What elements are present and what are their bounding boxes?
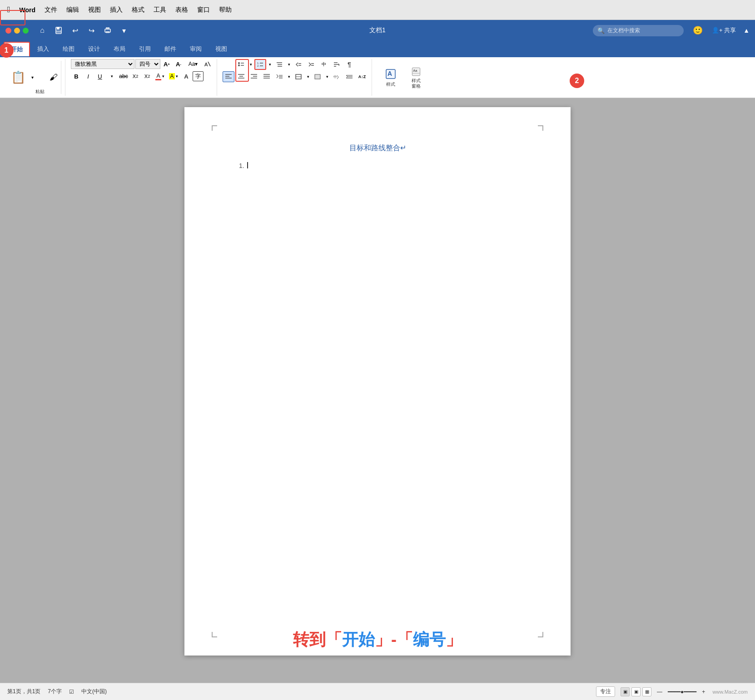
shrink-font-button[interactable]: A- (173, 59, 184, 69)
save-button[interactable] (52, 24, 65, 37)
instruction-suffix: 」 (446, 630, 462, 649)
close-button[interactable] (5, 28, 11, 34)
language[interactable]: 中文(中国) (81, 688, 107, 695)
minimize-button[interactable] (14, 28, 20, 34)
multilevel-dropdown[interactable]: ▾ (286, 59, 292, 70)
collapse-ribbon-button[interactable]: ▲ (743, 27, 750, 34)
document-page[interactable]: 目标和路线整合↵ 1. 转到「开始」-「编号」 (184, 107, 571, 656)
print-button[interactable] (101, 24, 114, 37)
tab-review[interactable]: 审阅 (184, 42, 208, 56)
redo-button[interactable]: ↪ (85, 24, 98, 37)
menu-view[interactable]: 视图 (88, 6, 101, 14)
ribbon-tabs: 开始 插入 绘图 设计 布局 引用 邮件 审阅 视图 (0, 41, 755, 57)
menu-edit[interactable]: 编辑 (66, 6, 79, 14)
smiley-icon[interactable]: 🙂 (693, 25, 703, 35)
tab-view[interactable]: 视图 (209, 42, 233, 56)
maximize-button[interactable] (23, 28, 29, 34)
font-size-select[interactable]: 四号 (135, 59, 160, 69)
menu-tools[interactable]: 工具 (154, 6, 166, 14)
review-icon[interactable]: ☑ (69, 689, 74, 695)
tab-draw[interactable]: 绘图 (56, 42, 81, 56)
menu-help[interactable]: 帮助 (219, 6, 232, 14)
numbered-list-button[interactable]: 1. 2. (254, 59, 266, 70)
apple-logo-icon[interactable]:  (7, 5, 10, 15)
paste-dropdown[interactable]: ▾ (29, 73, 35, 83)
search-bar[interactable]: 🔍 在文档中搜索 (593, 25, 684, 36)
font-color-button[interactable]: A ▾ (154, 71, 166, 81)
indent-increase-button[interactable] (305, 59, 317, 70)
page-info: 第1页，共1页 (7, 688, 40, 695)
format-painter-button[interactable]: 🖌 (46, 70, 61, 85)
menu-table[interactable]: 表格 (175, 6, 188, 14)
subscript-button[interactable]: X2 (130, 71, 141, 81)
borders-button[interactable] (293, 71, 304, 82)
instruction-prefix: 转到「 (293, 630, 342, 649)
svg-rect-5 (106, 31, 109, 33)
chinese-spacing-button[interactable]: 中 (331, 71, 343, 82)
show-marks-button[interactable]: ¶ (343, 59, 355, 70)
menu-format[interactable]: 格式 (132, 6, 144, 14)
align-center-button[interactable] (235, 71, 247, 82)
paragraph-group: 2 ▾ 1. 2. (219, 59, 372, 96)
share-button[interactable]: 👤+ 共享 (712, 26, 736, 35)
tab-layout[interactable]: 布局 (107, 42, 132, 56)
menu-window[interactable]: 窗口 (197, 6, 210, 14)
tab-mail[interactable]: 邮件 (158, 42, 183, 56)
list-number: 1. (239, 162, 244, 169)
styles-pane-button[interactable]: Aa 样式窗格 (404, 66, 428, 89)
home-button[interactable]: ⌂ (36, 24, 49, 37)
chinese-layout-button[interactable]: 中 (318, 59, 330, 70)
menu-file[interactable]: 文件 (45, 6, 57, 14)
zoom-out-icon[interactable]: — (657, 689, 662, 695)
tab-insert[interactable]: 插入 (31, 42, 55, 56)
traffic-lights (5, 28, 29, 34)
menu-insert[interactable]: 插入 (110, 6, 123, 14)
underline-button[interactable]: U (94, 71, 105, 81)
undo-button[interactable]: ↩ (69, 24, 81, 37)
underline-dropdown[interactable]: ▾ (106, 71, 117, 81)
italic-button[interactable]: I (83, 71, 94, 81)
tab-reference[interactable]: 引用 (133, 42, 157, 56)
view-web-icon[interactable]: ▣ (631, 687, 641, 696)
styles-button[interactable]: A 样式 (379, 66, 402, 89)
tab-design[interactable]: 设计 (82, 42, 106, 56)
shading-dropdown[interactable]: ▾ (324, 71, 330, 82)
az-sort-button[interactable]: A↕Z (356, 71, 368, 82)
text-effects-button[interactable]: A (181, 71, 192, 81)
annotation-2: 2 (570, 74, 584, 88)
paste-button[interactable]: 📋 (7, 65, 29, 90)
focus-button[interactable]: 专注 (596, 686, 615, 697)
grow-font-button[interactable]: A+ (161, 59, 172, 69)
borders-dropdown[interactable]: ▾ (305, 71, 311, 82)
align-left-button[interactable] (223, 71, 234, 82)
font-name-row: 微软雅黑 四号 A+ A- Aa▾ A (71, 59, 213, 69)
zoom-slider[interactable]: ━━━━●━━━━ (668, 689, 696, 695)
align-justify-button[interactable] (261, 71, 273, 82)
change-case-button[interactable]: Aa▾ (185, 59, 201, 69)
zoom-in-icon[interactable]: + (702, 689, 705, 695)
styles-group: A 样式 Aa 样式窗格 (374, 59, 433, 96)
view-outline-icon[interactable]: ▦ (642, 687, 651, 696)
highlight-button[interactable]: A ▾ (167, 71, 180, 81)
bold-button[interactable]: B (71, 71, 82, 81)
numbered-list-dropdown[interactable]: ▾ (267, 59, 273, 70)
increase-indent-zh-button[interactable] (343, 71, 355, 82)
align-right-button[interactable] (248, 71, 260, 82)
superscript-button[interactable]: X2 (142, 71, 153, 81)
clear-format-button[interactable]: A (202, 59, 213, 69)
line-spacing-button[interactable] (273, 71, 285, 82)
line-spacing-dropdown[interactable]: ▾ (286, 71, 292, 82)
more-quick-button[interactable]: ▾ (118, 24, 130, 37)
multilevel-list-button[interactable] (273, 59, 285, 70)
person-add-icon: 👤+ (712, 27, 723, 34)
char-border-button[interactable]: 字 (193, 71, 204, 81)
sort-button[interactable] (331, 59, 343, 70)
shading-button[interactable] (312, 71, 323, 82)
bullet-list-button[interactable] (235, 59, 247, 70)
indent-decrease-button[interactable] (293, 59, 304, 70)
view-print-icon[interactable]: ▣ (621, 687, 630, 696)
bullet-list-dropdown[interactable]: ▾ (248, 59, 253, 70)
app-name[interactable]: Word (20, 6, 36, 14)
font-name-select[interactable]: 微软雅黑 (71, 59, 134, 69)
strikethrough-button[interactable]: abc (118, 71, 129, 81)
